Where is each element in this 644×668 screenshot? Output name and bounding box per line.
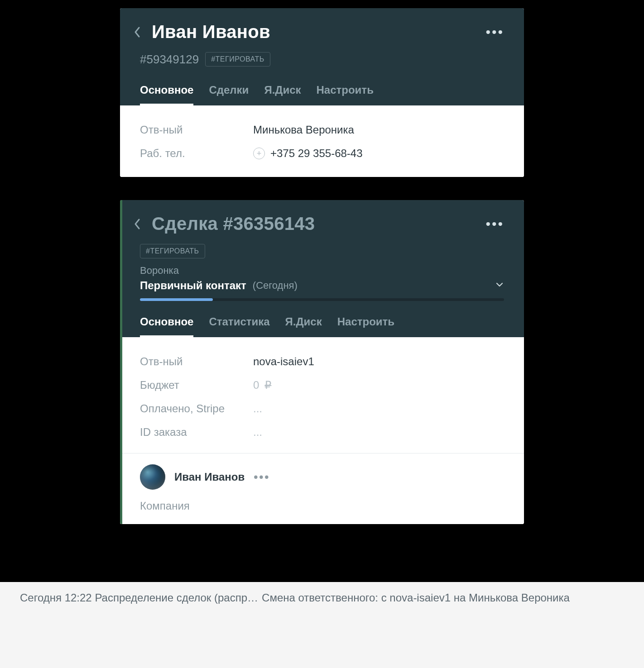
field-label: Отв-ный <box>140 355 253 368</box>
add-phone-icon[interactable]: + <box>253 148 265 159</box>
contact-card: Иван Иванов ••• #59349129 #ТЕГИРОВАТЬ Ос… <box>120 8 524 177</box>
deal-title: Сделка #36356143 <box>152 214 315 234</box>
back-icon[interactable] <box>131 216 144 232</box>
contact-tabs: Основное Сделки Я.Диск Настроить <box>140 84 504 105</box>
field-value[interactable]: nova-isaiev1 <box>253 355 314 368</box>
deal-tabs: Основное Статистика Я.Диск Настроить <box>140 315 504 337</box>
currency-symbol: ₽ <box>264 379 271 391</box>
deal-card: Сделка #36356143 ••• #ТЕГИРОВАТЬ Воронка… <box>120 200 524 524</box>
contact-card-body: Отв-ный Минькова Вероника Раб. тел. + +3… <box>120 105 524 177</box>
tab-settings[interactable]: Настроить <box>317 84 374 105</box>
pipeline-date: (Сегодня) <box>253 280 298 291</box>
more-icon[interactable]: ••• <box>485 24 504 40</box>
budget-amount: 0 <box>253 379 259 391</box>
tab-main[interactable]: Основное <box>140 315 193 337</box>
more-icon[interactable]: ••• <box>254 470 270 484</box>
tab-main[interactable]: Основное <box>140 84 193 105</box>
field-value[interactable]: 0 ₽ <box>253 379 271 391</box>
pipeline-progress-fill <box>140 298 213 301</box>
contact-card-header: Иван Иванов ••• #59349129 #ТЕГИРОВАТЬ Ос… <box>120 8 524 105</box>
field-responsible: Отв-ный Минькова Вероника <box>140 118 504 142</box>
log-segment-2: Смена ответственного: с nova-isaiev1 на … <box>262 592 570 604</box>
pipeline-label: Воронка <box>140 265 504 277</box>
pipeline-progress <box>140 298 504 301</box>
tab-yadisk[interactable]: Я.Диск <box>285 315 322 337</box>
field-label: Оплачено, Stripe <box>140 402 253 415</box>
deal-card-body: Отв-ный nova-isaiev1 Бюджет 0 ₽ Оплачено… <box>120 337 524 524</box>
tab-settings[interactable]: Настроить <box>337 315 394 337</box>
field-budget: Бюджет 0 ₽ <box>140 373 504 397</box>
deal-contact[interactable]: Иван Иванов ••• <box>140 464 504 490</box>
chevron-down-icon <box>495 280 504 291</box>
contact-name: Иван Иванов <box>174 471 245 483</box>
tab-deals[interactable]: Сделки <box>209 84 249 105</box>
more-icon[interactable]: ••• <box>485 216 504 232</box>
field-value[interactable]: ... <box>253 426 262 439</box>
pipeline-selector[interactable]: Первичный контакт (Сегодня) <box>140 279 504 292</box>
field-value[interactable]: Минькова Вероника <box>253 124 354 136</box>
tag-button[interactable]: #ТЕГИРОВАТЬ <box>205 52 270 67</box>
back-icon[interactable] <box>131 24 144 40</box>
field-label: Раб. тел. <box>140 147 253 160</box>
phone-number[interactable]: +375 29 355-68-43 <box>270 147 363 160</box>
field-label: Бюджет <box>140 379 253 391</box>
pipeline-stage: Первичный контакт <box>140 279 246 292</box>
activity-log-line: Сегодня 12:22 Распределение сделок (расп… <box>0 582 644 614</box>
avatar <box>140 464 165 490</box>
field-work-phone: Раб. тел. + +375 29 355-68-43 <box>140 142 504 165</box>
contact-title: Иван Иванов <box>152 22 270 42</box>
tab-stats[interactable]: Статистика <box>209 315 269 337</box>
field-order-id: ID заказа ... <box>140 420 504 444</box>
field-label: ID заказа <box>140 426 253 439</box>
field-label: Отв-ный <box>140 124 253 136</box>
divider <box>120 453 524 453</box>
tag-button[interactable]: #ТЕГИРОВАТЬ <box>140 244 205 258</box>
field-responsible: Отв-ный nova-isaiev1 <box>140 350 504 373</box>
deal-card-header: Сделка #36356143 ••• #ТЕГИРОВАТЬ Воронка… <box>120 200 524 337</box>
contact-id-hash: #59349129 <box>140 52 199 67</box>
company-label: Компания <box>140 500 504 512</box>
log-segment-1: Сегодня 12:22 Распределение сделок (расп… <box>20 592 258 604</box>
field-value[interactable]: ... <box>253 402 262 415</box>
tab-yadisk[interactable]: Я.Диск <box>264 84 301 105</box>
field-value[interactable]: + +375 29 355-68-43 <box>253 147 363 160</box>
field-paid-stripe: Оплачено, Stripe ... <box>140 397 504 420</box>
